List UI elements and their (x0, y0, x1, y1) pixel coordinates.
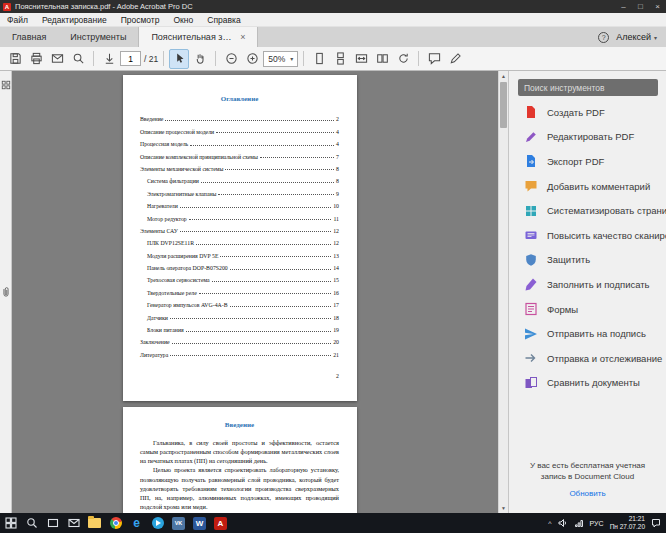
taskbar-clock[interactable]: 21:21 Пн 27.07.20 (610, 515, 645, 531)
scrolling-view-button[interactable] (330, 49, 350, 69)
user-menu[interactable]: Алексей ▾ (616, 32, 657, 42)
edit-pdf-icon (524, 130, 538, 144)
printer-icon (30, 52, 43, 65)
file-explorer-button[interactable] (84, 513, 105, 533)
edge-icon: e (133, 517, 140, 529)
tool-enhance-scans[interactable]: Повысить качество сканирования (509, 223, 666, 248)
tool-add-comment[interactable]: Добавить комментарий (509, 174, 666, 199)
volume-icon[interactable] (558, 518, 568, 528)
tool-fill-sign[interactable]: Заполнить и подписать (509, 272, 666, 297)
hand-icon (194, 52, 207, 65)
acrobat-app-button[interactable]: A (210, 513, 231, 533)
clock-time: 21:21 (610, 515, 645, 523)
menu-window[interactable]: Окно (167, 13, 201, 26)
telegram-icon (152, 517, 164, 529)
menu-file[interactable]: Файл (0, 13, 35, 26)
toc-entry: Трехосовая сервосистема15 (140, 271, 339, 283)
language-indicator[interactable]: РУС (590, 520, 604, 527)
enhance-scans-icon (524, 228, 538, 242)
document-viewport[interactable]: Оглавление Введение2 Описание процессной… (12, 71, 508, 513)
menu-bar: Файл Редактирование Просмотр Окно Справк… (0, 13, 666, 27)
page-number-input[interactable] (120, 51, 141, 66)
chrome-app-button[interactable] (105, 513, 126, 533)
document-tab-label: Пояснительная за... (151, 32, 234, 42)
scroll-down-icon[interactable]: ▼ (499, 503, 508, 513)
zoom-in-button[interactable] (242, 49, 262, 69)
separator (303, 51, 304, 66)
email-button[interactable] (47, 49, 67, 69)
zoom-out-button[interactable] (221, 49, 241, 69)
system-tray: ^ РУС 21:21 Пн 27.07.20 (548, 515, 666, 531)
fit-width-button[interactable] (351, 49, 371, 69)
search-button[interactable] (68, 49, 88, 69)
upgrade-link[interactable]: Обновить (569, 489, 605, 498)
tool-send-for-signature[interactable]: Отправить на подпись (509, 321, 666, 346)
hand-tool-button[interactable] (190, 49, 210, 69)
tab-home[interactable]: Главная (0, 27, 58, 47)
telegram-app-button[interactable] (147, 513, 168, 533)
help-icon[interactable]: ? (598, 32, 609, 43)
single-page-view-button[interactable] (309, 49, 329, 69)
attachments-icon[interactable] (0, 286, 11, 297)
chevron-down-icon: ▾ (290, 55, 293, 62)
vk-app-button[interactable]: VK (168, 513, 189, 533)
save-button[interactable] (5, 49, 25, 69)
menu-help[interactable]: Справка (200, 13, 247, 26)
start-button[interactable] (0, 513, 21, 533)
menu-edit[interactable]: Редактирование (35, 13, 114, 26)
print-button[interactable] (26, 49, 46, 69)
tool-forms[interactable]: Формы (509, 297, 666, 322)
zoom-level-dropdown[interactable]: 50% ▾ (263, 51, 298, 67)
scroll-up-icon[interactable]: ▲ (499, 71, 508, 81)
tool-compare-documents[interactable]: Сравнить документы (509, 371, 666, 396)
menu-view[interactable]: Просмотр (114, 13, 167, 26)
select-tool-button[interactable] (169, 49, 189, 69)
page-footer-number: 2 (336, 373, 339, 379)
acrobat-app-icon: A (3, 3, 11, 11)
minimize-button[interactable]: – (615, 0, 632, 13)
tool-export-pdf[interactable]: Экспорт PDF (509, 149, 666, 174)
user-name: Алексей (616, 32, 651, 42)
title-bar: A Пояснительная записка.pdf - Adobe Acro… (0, 0, 666, 13)
tool-send-track[interactable]: Отправка и отслеживание (509, 346, 666, 371)
page-thumbnails-icon[interactable] (0, 79, 11, 90)
action-center-icon[interactable] (651, 518, 661, 528)
next-page-button[interactable] (99, 49, 119, 69)
tools-search-input[interactable] (518, 79, 658, 96)
vertical-scrollbar[interactable]: ▲ ▼ (498, 71, 508, 513)
word-icon: W (193, 517, 206, 530)
comment-tool-button[interactable] (424, 49, 444, 69)
network-icon[interactable] (574, 518, 584, 528)
toc-entry: Твердотельные реле16 (140, 283, 339, 295)
tool-edit-pdf[interactable]: Редактировать PDF (509, 125, 666, 150)
mail-app-button[interactable] (63, 513, 84, 533)
tab-tools[interactable]: Инструменты (58, 27, 138, 47)
account-promo-text: У вас есть бесплатная учетная запись в D… (525, 461, 650, 482)
chrome-icon (110, 517, 122, 529)
taskbar-search-button[interactable] (21, 513, 42, 533)
tray-chevron-icon[interactable]: ^ (548, 520, 551, 527)
word-app-button[interactable]: W (189, 513, 210, 533)
tool-create-pdf[interactable]: Создать PDF (509, 100, 666, 125)
pdf-page-1: Оглавление Введение2 Описание процессной… (123, 75, 357, 401)
create-pdf-icon (524, 105, 538, 119)
tool-protect[interactable]: Защитить (509, 248, 666, 273)
separator (215, 51, 216, 66)
close-button[interactable]: × (649, 0, 666, 13)
two-page-view-button[interactable] (372, 49, 392, 69)
tab-document[interactable]: Пояснительная за... × (138, 27, 258, 47)
main-area: Оглавление Введение2 Описание процессной… (0, 71, 666, 513)
task-view-button[interactable] (42, 513, 63, 533)
sign-tool-button[interactable] (445, 49, 465, 69)
tab-close-icon[interactable]: × (240, 32, 245, 42)
vk-icon: VK (172, 517, 185, 530)
edge-app-button[interactable]: e (126, 513, 147, 533)
rotate-view-button[interactable] (393, 49, 413, 69)
pen-nib-icon (524, 277, 538, 291)
windows-logo-icon (5, 517, 17, 529)
maximize-button[interactable]: □ (632, 0, 649, 13)
toc-entry: Элементы механической системы8 (140, 160, 339, 172)
tool-organize-pages[interactable]: Систематизировать страницы (509, 198, 666, 223)
toc-entry: Блоки питания19 (140, 321, 339, 333)
scrollbar-thumb[interactable] (500, 82, 507, 128)
